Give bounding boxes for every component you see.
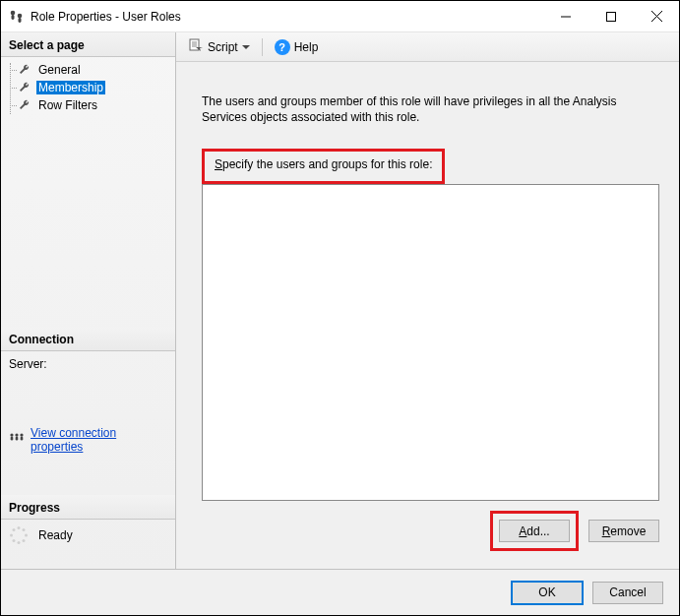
svg-point-8	[10, 433, 13, 436]
svg-point-21	[13, 528, 16, 531]
svg-rect-3	[19, 18, 22, 23]
svg-point-19	[13, 539, 16, 542]
toolbar: Script ? Help	[176, 32, 679, 62]
svg-point-16	[25, 534, 28, 537]
dialog-window: Role Properties - User Roles Select a pa…	[0, 0, 680, 616]
svg-point-18	[18, 541, 21, 544]
connection-heading: Connection	[1, 327, 175, 351]
svg-point-14	[18, 526, 21, 529]
member-button-row: Add... Remove	[202, 501, 659, 559]
highlight-add: Add...	[490, 511, 579, 551]
tree-label: Row Filters	[36, 98, 99, 112]
tree-item-general[interactable]: General	[1, 61, 175, 79]
svg-rect-1	[12, 15, 15, 20]
svg-point-17	[23, 539, 26, 542]
spinner-icon	[9, 525, 29, 545]
left-panel: Select a page General	[1, 32, 176, 569]
cancel-button[interactable]: Cancel	[592, 582, 663, 604]
tree-label: General	[36, 63, 83, 77]
content-area: The users and groups member of this role…	[176, 62, 679, 569]
description-text: The users and groups member of this role…	[202, 78, 654, 125]
svg-point-12	[20, 433, 23, 436]
wrench-icon	[19, 98, 32, 112]
minimize-button[interactable]	[543, 1, 588, 32]
tree-item-membership[interactable]: Membership	[1, 79, 175, 96]
members-listbox[interactable]	[202, 184, 659, 501]
close-button[interactable]	[634, 1, 679, 32]
svg-rect-13	[21, 436, 24, 440]
page-tree: General Membership Row F	[1, 57, 175, 118]
select-page-heading: Select a page	[1, 32, 175, 57]
view-connection-row: View connection properties	[1, 422, 175, 465]
help-label: Help	[294, 40, 319, 54]
svg-point-2	[18, 13, 23, 18]
specify-label: Specify the users and groups for this ro…	[211, 155, 436, 173]
svg-point-20	[10, 534, 13, 537]
tree-item-row-filters[interactable]: Row Filters	[1, 96, 175, 114]
wrench-icon	[19, 63, 32, 77]
chevron-down-icon	[242, 40, 250, 54]
progress-status: Ready	[38, 528, 73, 542]
dialog-footer: OK Cancel	[1, 570, 679, 615]
script-icon	[188, 37, 204, 56]
window-title: Role Properties - User Roles	[31, 10, 181, 24]
add-button[interactable]: Add...	[499, 520, 570, 542]
highlight-specify: Specify the users and groups for this ro…	[202, 149, 445, 184]
svg-point-15	[23, 528, 26, 531]
view-connection-link[interactable]: View connection properties	[31, 426, 167, 454]
svg-point-10	[15, 433, 18, 436]
help-icon: ?	[275, 39, 290, 55]
wrench-icon	[19, 81, 32, 94]
maximize-button[interactable]	[588, 1, 634, 32]
help-button[interactable]: ? Help	[271, 37, 323, 57]
connection-icon	[9, 432, 25, 449]
svg-rect-11	[16, 436, 19, 440]
title-bar: Role Properties - User Roles	[1, 1, 679, 32]
server-label: Server:	[1, 351, 175, 377]
progress-row: Ready	[1, 520, 175, 569]
remove-button[interactable]: Remove	[588, 520, 659, 542]
svg-rect-9	[11, 436, 14, 440]
app-icon	[9, 9, 25, 25]
ok-button[interactable]: OK	[512, 582, 583, 604]
toolbar-separator	[262, 38, 263, 56]
progress-heading: Progress	[1, 495, 175, 520]
svg-point-0	[11, 10, 16, 15]
right-panel: Script ? Help The users and groups membe…	[176, 32, 679, 569]
script-label: Script	[208, 40, 238, 54]
tree-label: Membership	[36, 81, 105, 94]
script-button[interactable]: Script	[184, 35, 254, 58]
svg-rect-5	[607, 12, 616, 21]
